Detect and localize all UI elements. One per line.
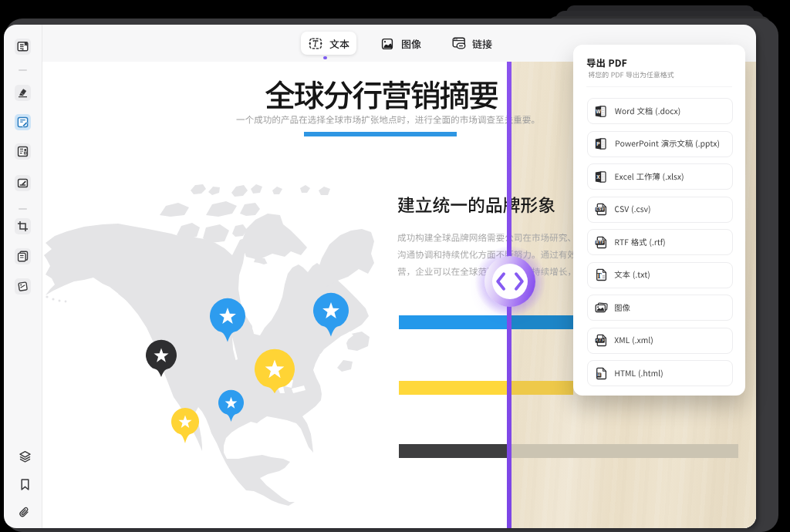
svg-text:W: W [596,109,601,114]
svg-text:H: H [597,372,600,377]
svg-text:CSV: CSV [596,208,604,212]
svg-text:T: T [596,271,602,280]
svg-text:P: P [596,141,600,146]
svg-text:RTF: RTF [596,241,603,244]
svg-text:X: X [596,174,600,180]
svg-text:</>: </> [596,338,603,343]
